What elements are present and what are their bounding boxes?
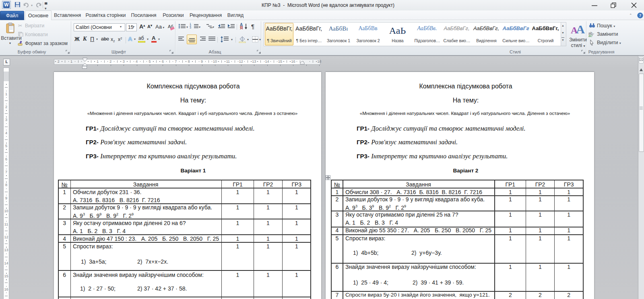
- svg-text:?: ?: [639, 13, 642, 18]
- svg-text:ac: ac: [588, 34, 592, 37]
